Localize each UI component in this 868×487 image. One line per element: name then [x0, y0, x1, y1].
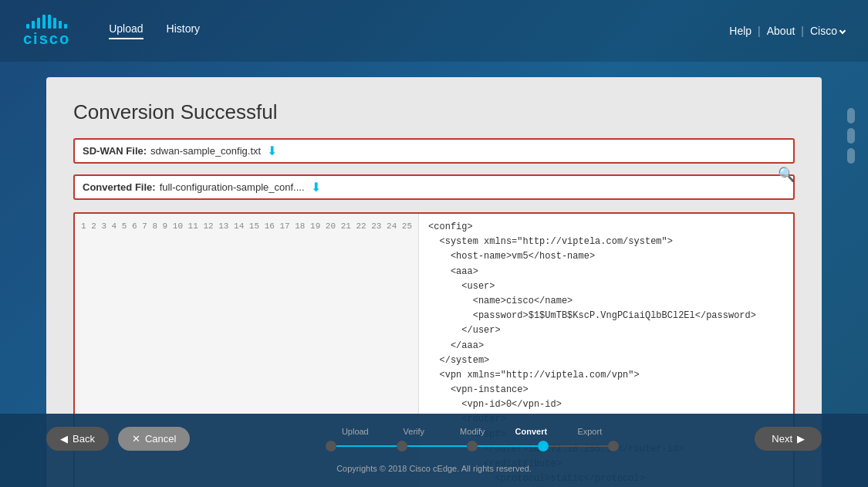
header-right: Help | About | Cisco	[729, 25, 845, 37]
cisco-logo: cisco	[23, 15, 70, 48]
sdwan-label: SD-WAN File:	[83, 145, 147, 157]
progress-bar	[326, 441, 619, 451]
logo-bar-3	[37, 18, 40, 29]
progress-line-1	[407, 445, 468, 447]
converted-filename: full-configuration-sample_conf....	[160, 181, 305, 193]
progress-track: UploadVerifyModifyConvertExport	[221, 427, 724, 451]
scrollbar-area	[847, 108, 856, 164]
scroll-thumb-1	[847, 108, 855, 123]
page-title: Conversion Successful	[73, 100, 795, 124]
progress-line-2	[478, 445, 538, 447]
logo-bar-8	[64, 24, 67, 29]
logo-bar-5	[48, 15, 51, 29]
logo-bar-2	[32, 21, 35, 29]
logo-bar-7	[59, 21, 62, 29]
converted-file-row: Converted File: full-configuration-sampl…	[73, 174, 795, 200]
sdwan-download-icon[interactable]: ⬇	[267, 144, 277, 158]
back-button[interactable]: ◀ Back	[46, 427, 109, 451]
next-arrow-icon: ▶	[797, 433, 805, 445]
next-label: Next	[772, 433, 792, 445]
cisco-menu[interactable]: Cisco	[810, 25, 845, 37]
cancel-icon: ✕	[132, 433, 140, 445]
progress-line-3	[549, 445, 609, 447]
chevron-down-icon	[839, 28, 846, 34]
cancel-button[interactable]: ✕ Cancel	[118, 427, 190, 451]
bottom-actions: ◀ Back ✕ Cancel UploadVerifyModifyConver…	[0, 414, 868, 464]
help-link[interactable]: Help	[729, 25, 751, 37]
header: cisco Upload History Help | About | Cisc…	[0, 0, 868, 62]
logo-bars	[26, 15, 67, 29]
scroll-thumb-3	[847, 148, 855, 164]
back-arrow-icon: ◀	[60, 433, 68, 445]
bottom-bar: ◀ Back ✕ Cancel UploadVerifyModifyConver…	[0, 414, 868, 487]
logo-bar-1	[26, 24, 29, 29]
nav-upload[interactable]: Upload	[109, 22, 143, 39]
converted-download-icon[interactable]: ⬇	[311, 180, 321, 194]
sdwan-filename: sdwan-sample_config.txt	[150, 145, 261, 157]
main-nav: Upload History	[109, 22, 200, 39]
nav-history[interactable]: History	[167, 22, 201, 39]
progress-dot-2	[467, 441, 478, 451]
progress-step-label-3: Convert	[502, 427, 560, 436]
progress-labels: UploadVerifyModifyConvertExport	[326, 427, 619, 436]
footer-text: Copyrights © 2018 Cisco cEdge. All right…	[0, 464, 868, 478]
progress-step-label-1: Verify	[384, 427, 443, 436]
sdwan-file-row: SD-WAN File: sdwan-sample_config.txt ⬇	[73, 138, 795, 164]
divider-1: |	[758, 25, 761, 37]
progress-dot-1	[397, 441, 407, 451]
back-label: Back	[73, 433, 95, 445]
progress-step-label-2: Modify	[443, 427, 502, 436]
search-icon[interactable]: 🔍	[778, 166, 795, 183]
converted-label: Converted File:	[83, 181, 156, 193]
scroll-thumb-2	[847, 128, 855, 144]
progress-step-label-4: Export	[560, 427, 619, 436]
logo-bar-6	[53, 18, 56, 29]
logo-bar-4	[42, 15, 46, 29]
progress-dot-0	[326, 441, 336, 451]
progress-line-0	[336, 445, 397, 447]
cisco-wordmark: cisco	[23, 30, 70, 48]
cisco-menu-label: Cisco	[810, 25, 837, 37]
next-button[interactable]: Next ▶	[755, 427, 822, 451]
cancel-label: Cancel	[145, 433, 176, 445]
progress-dot-3	[538, 441, 549, 451]
about-link[interactable]: About	[767, 25, 795, 37]
divider-2: |	[801, 25, 804, 37]
progress-step-label-0: Upload	[326, 427, 384, 436]
progress-dot-4	[608, 441, 619, 451]
